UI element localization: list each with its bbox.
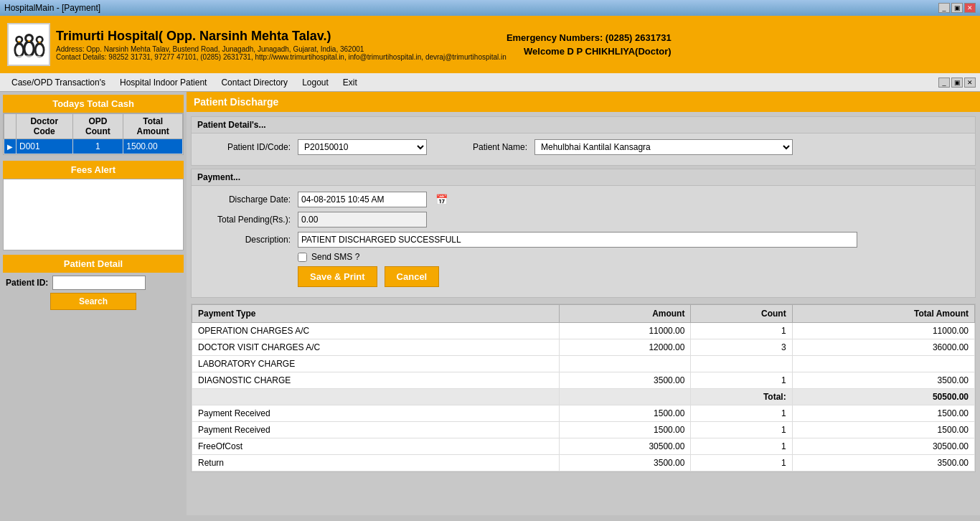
menu-minimize-btn[interactable]: _ [938, 78, 950, 88]
restore-btn[interactable]: ▣ [951, 3, 963, 13]
total-amount-cell: 50500.00 [792, 389, 974, 405]
discharge-date-row: Discharge Date: 📅 [197, 192, 969, 207]
count-cell: Total: [691, 389, 792, 405]
patient-id-form-row: Patient ID/Code: P20150010 Patient Name:… [197, 139, 969, 155]
col-header-opd-count: OPD Count [72, 114, 123, 139]
count-cell: 1 [691, 323, 792, 339]
search-button[interactable]: Search [50, 293, 136, 310]
menu-close-btn[interactable]: ✕ [964, 78, 976, 88]
menu-item-hospital-indoor[interactable]: Hospital Indoor Patient [113, 76, 214, 89]
menu-bar: Case/OPD Transaction's Hospital Indoor P… [0, 73, 980, 92]
amount-cell: 3500.00 [560, 372, 691, 389]
menu-item-exit[interactable]: Exit [336, 76, 364, 89]
patient-id-label: Patient ID: [6, 278, 48, 288]
description-input[interactable] [298, 232, 857, 248]
payment-type-cell: DIAGNOSTIC CHARGE [192, 372, 560, 389]
count-cell: 3 [691, 339, 792, 356]
svg-point-15 [10, 55, 47, 63]
patient-name-select[interactable]: Mehulbhai Kantilal Kansagra [534, 139, 793, 155]
menu-restore-btn[interactable]: ▣ [951, 78, 963, 88]
todays-cash-table-container: Doctor Code OPD Count Total Amount ▶ D00… [3, 113, 184, 155]
cancel-button[interactable]: Cancel [385, 266, 440, 287]
discharge-date-label: Discharge Date: [197, 194, 291, 205]
todays-cash-table: Doctor Code OPD Count Total Amount ▶ D00… [4, 113, 183, 154]
minimize-btn[interactable]: _ [938, 3, 950, 13]
patient-id-code-select[interactable]: P20150010 [298, 139, 427, 155]
table-row[interactable]: ▶ D001 1 1500.00 [4, 139, 183, 154]
amount-cell: 1500.00 [560, 422, 691, 438]
fees-alert-header: Fees Alert [3, 161, 184, 179]
fees-alert-section: Fees Alert [3, 161, 184, 250]
send-sms-checkbox[interactable] [298, 253, 307, 262]
discharge-date-input[interactable] [298, 192, 427, 207]
title-bar: HospitalMain - [Payment] _ ▣ ✕ [0, 0, 980, 16]
count-cell: 1 [691, 422, 792, 438]
patient-detail-header: Patient Detail [3, 255, 184, 273]
total-amount-cell: 11000.00 [792, 323, 974, 339]
amount-cell: 12000.00 [560, 339, 691, 356]
patient-details-title: Patient Detail's... [192, 117, 975, 133]
payment-table-row: Payment Received1500.0011500.00 [192, 422, 975, 438]
page-title: Patient Discharge [187, 92, 980, 112]
payment-type-cell: LABORATORY CHARGE [192, 356, 560, 372]
svg-point-11 [36, 44, 42, 55]
emergency-numbers: Emergency Numbers: (0285) 2631731 [507, 32, 672, 43]
menu-item-logout[interactable]: Logout [295, 76, 336, 89]
menu-win-controls: _ ▣ ✕ [938, 78, 976, 88]
logo-area: Trimurti Hospital( Opp. Narsinh Mehta Ta… [7, 23, 507, 66]
description-row: Description: [197, 232, 969, 248]
close-btn[interactable]: ✕ [964, 3, 976, 13]
save-print-button[interactable]: Save & Print [298, 266, 377, 287]
count-cell [691, 356, 792, 372]
amount-cell: 3500.00 [560, 455, 691, 471]
todays-cash-header: Todays Total Cash [3, 95, 184, 113]
menu-item-contact-directory[interactable]: Contact Directory [214, 76, 295, 89]
col-count: Count [691, 305, 792, 323]
amount-cell: 1500.00 [560, 405, 691, 422]
fees-alert-box [3, 179, 184, 250]
col-header-doctor-code: Doctor Code [17, 114, 73, 139]
payment-table-row: OPERATION CHARGES A/C11000.00111000.00 [192, 323, 975, 339]
menu-item-case-opd[interactable]: Case/OPD Transaction's [4, 76, 113, 89]
payment-type-cell [192, 389, 560, 405]
action-buttons-row: Save & Print Cancel [298, 266, 969, 287]
col-payment-type: Payment Type [192, 305, 560, 323]
payment-table-row: Return3500.0013500.00 [192, 455, 975, 471]
total-pending-label: Total Pending(Rs.): [197, 215, 291, 225]
payment-table-container: Payment Type Amount Count Total Amount O… [191, 304, 976, 472]
payment-type-cell: Payment Received [192, 422, 560, 438]
total-amount-cell: 1500.00 [792, 405, 974, 422]
payment-type-cell: FreeOfCost [192, 438, 560, 455]
svg-point-13 [37, 37, 42, 42]
col-amount: Amount [560, 305, 691, 323]
total-amount-cell: 30500.00 [792, 438, 974, 455]
payment-type-cell: Payment Received [192, 405, 560, 422]
svg-point-9 [27, 39, 30, 41]
amount-cell: 30500.00 [560, 438, 691, 455]
title-bar-title: HospitalMain - [Payment] [4, 3, 938, 13]
col-total-amount: Total Amount [792, 305, 974, 323]
content-area: Patient Discharge Patient Detail's... Pa… [187, 92, 980, 515]
total-amount-cell: 3500.00 [792, 372, 974, 389]
col-header-arrow [4, 114, 17, 139]
payment-type-cell: OPERATION CHARGES A/C [192, 323, 560, 339]
count-cell: 1 [691, 405, 792, 422]
count-cell: 1 [691, 438, 792, 455]
calendar-icon[interactable]: 📅 [435, 194, 448, 205]
content-body: Patient Detail's... Patient ID/Code: P20… [187, 112, 980, 477]
total-amount-cell: 1500.00 [123, 139, 183, 154]
svg-point-1 [16, 44, 22, 55]
total-pending-input[interactable] [298, 212, 427, 227]
patient-id-input[interactable] [52, 276, 146, 290]
hospital-address: Address: Opp. Narsinh Mehta Talav, Buste… [56, 45, 507, 53]
patient-name-label: Patient Name: [434, 142, 527, 152]
patient-detail-section: Patient Detail Patient ID: Search [3, 255, 184, 310]
sidebar: Todays Total Cash Doctor Code OPD Count … [0, 92, 187, 515]
send-sms-row: Send SMS ? [298, 252, 969, 262]
svg-point-4 [17, 41, 20, 42]
main-layout: Todays Total Cash Doctor Code OPD Count … [0, 92, 980, 515]
patient-id-code-label: Patient ID/Code: [197, 142, 291, 152]
todays-cash-section: Todays Total Cash Doctor Code OPD Count … [3, 95, 184, 155]
hospital-info: Trimurti Hospital( Opp. Narsinh Mehta Ta… [56, 29, 507, 61]
description-label: Description: [197, 235, 291, 245]
